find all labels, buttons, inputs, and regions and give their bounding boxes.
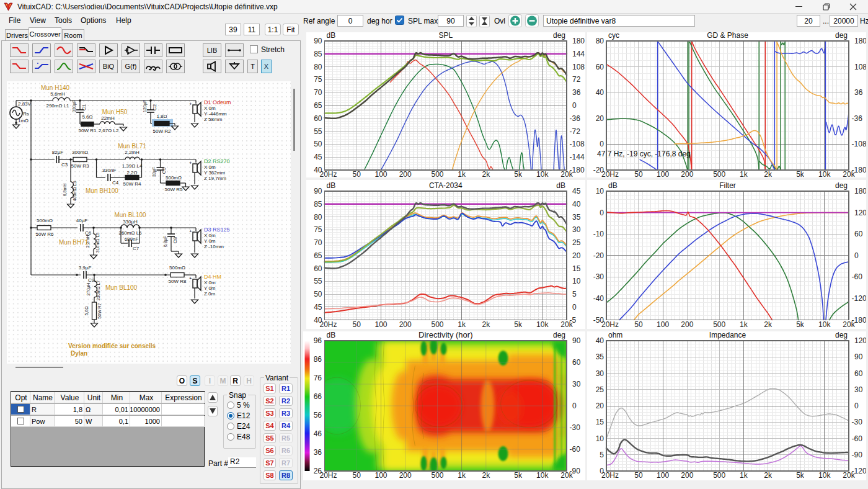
svg-text:X 0m: X 0m — [204, 105, 216, 111]
svg-text:5k: 5k — [796, 170, 805, 177]
svg-text:ohm: ohm — [608, 331, 622, 339]
svg-text:+: + — [189, 101, 192, 107]
svg-text:C5: C5 — [161, 167, 167, 174]
svg-text:Version modifiée sur conseils: Version modifiée sur conseils — [68, 343, 156, 349]
svg-text:D3 RS125: D3 RS125 — [204, 227, 230, 233]
svg-text:10k: 10k — [818, 170, 831, 177]
svg-text:50: 50 — [634, 170, 643, 177]
svg-text:0: 0 — [854, 402, 859, 410]
svg-text:100: 100 — [374, 170, 387, 177]
svg-text:330nF: 330nF — [102, 168, 117, 173]
svg-text:3,9µF: 3,9µF — [79, 265, 92, 271]
svg-text:60: 60 — [572, 358, 581, 367]
svg-text:46: 46 — [314, 429, 322, 438]
svg-text:65: 65 — [314, 251, 322, 260]
svg-text:1k: 1k — [740, 320, 748, 329]
svg-text:deg: deg — [835, 331, 848, 339]
svg-text:10: 10 — [596, 434, 604, 443]
svg-text:50W R2: 50W R2 — [153, 128, 171, 134]
svg-text:30: 30 — [596, 369, 604, 378]
svg-text:6,8µF: 6,8µF — [163, 236, 168, 247]
svg-text:D4 HM: D4 HM — [204, 274, 221, 280]
svg-text:200: 200 — [681, 320, 693, 329]
svg-text:1k: 1k — [458, 471, 466, 480]
svg-text:500: 500 — [431, 170, 443, 177]
svg-text:D2 RS270: D2 RS270 — [204, 158, 230, 164]
svg-text:100: 100 — [374, 320, 387, 329]
svg-text:deg: deg — [835, 32, 848, 40]
svg-text:1mΩ: 1mΩ — [18, 118, 29, 123]
svg-text:90: 90 — [314, 37, 322, 45]
svg-text:20k: 20k — [560, 170, 573, 177]
svg-text:15: 15 — [572, 264, 581, 273]
svg-text:C9: C9 — [88, 277, 95, 283]
svg-text:2,83V: 2,83V — [18, 101, 32, 107]
svg-text:5k: 5k — [514, 320, 523, 329]
svg-text:50: 50 — [314, 290, 322, 298]
svg-text:60: 60 — [854, 230, 863, 238]
svg-text:50: 50 — [314, 140, 322, 148]
svg-text:20k: 20k — [560, 471, 573, 480]
svg-text:75: 75 — [314, 225, 322, 234]
svg-text:10k: 10k — [818, 320, 831, 329]
svg-text:500: 500 — [713, 320, 725, 329]
svg-text:-36: -36 — [570, 114, 581, 123]
svg-text:5,6Ω: 5,6Ω — [84, 307, 89, 316]
svg-text:1,39Ω L4: 1,39Ω L4 — [122, 163, 143, 169]
svg-text:60: 60 — [314, 114, 322, 123]
svg-text:80: 80 — [314, 63, 322, 71]
svg-text:50W R6: 50W R6 — [36, 231, 54, 237]
svg-text:50: 50 — [634, 320, 643, 329]
svg-text:C7: C7 — [133, 246, 140, 251]
svg-text:75: 75 — [314, 75, 322, 84]
svg-text:C1: C1 — [81, 104, 87, 110]
svg-text:0: 0 — [854, 251, 859, 260]
svg-text:70: 70 — [314, 88, 322, 97]
svg-text:120: 120 — [854, 209, 866, 217]
svg-text:33µF: 33µF — [152, 167, 157, 177]
svg-text:260mΩ L6: 260mΩ L6 — [118, 230, 142, 236]
svg-text:47,7 Hz, -19 cyc, -176,8 deg: 47,7 Hz, -19 cyc, -176,8 deg — [597, 150, 691, 158]
svg-text:-10: -10 — [593, 230, 604, 238]
svg-text:10k: 10k — [818, 471, 831, 480]
svg-text:20k: 20k — [843, 320, 855, 329]
svg-text:55: 55 — [314, 127, 322, 136]
svg-text:-60: -60 — [852, 272, 863, 281]
svg-text:20Hz: 20Hz — [601, 320, 619, 329]
svg-text:20Hz: 20Hz — [601, 170, 619, 177]
svg-text:40: 40 — [596, 336, 604, 345]
svg-text:80: 80 — [314, 213, 322, 222]
svg-text:80: 80 — [596, 37, 604, 45]
svg-text:56: 56 — [314, 411, 322, 419]
svg-text:82µF: 82µF — [52, 150, 64, 155]
svg-text:Mun BL100: Mun BL100 — [105, 284, 138, 291]
svg-text:90: 90 — [854, 352, 863, 361]
svg-text:55: 55 — [314, 277, 322, 285]
svg-text:+: + — [189, 160, 192, 166]
svg-text:36: 36 — [854, 88, 863, 97]
svg-text:76: 76 — [314, 374, 322, 382]
svg-text:30: 30 — [572, 225, 581, 234]
svg-text:35: 35 — [596, 352, 604, 361]
svg-text:0: 0 — [600, 140, 604, 148]
svg-text:70: 70 — [314, 238, 322, 247]
svg-text:20Hz: 20Hz — [319, 170, 337, 177]
svg-text:500: 500 — [713, 471, 725, 480]
svg-text:D1 Odeum: D1 Odeum — [204, 99, 231, 105]
svg-text:C3: C3 — [61, 162, 68, 168]
svg-text:Y 362mm: Y 362mm — [204, 170, 225, 176]
svg-text:30: 30 — [854, 385, 863, 394]
svg-text:100: 100 — [374, 471, 387, 480]
svg-text:5: 5 — [600, 451, 604, 459]
svg-text:-90: -90 — [852, 451, 863, 459]
svg-text:40µF: 40µF — [76, 218, 88, 223]
svg-text:C4: C4 — [112, 180, 119, 186]
svg-text:C8: C8 — [172, 236, 178, 243]
svg-text:Mun H140: Mun H140 — [41, 84, 70, 91]
svg-text:100: 100 — [657, 320, 669, 329]
svg-text:Mun BH100: Mun BH100 — [86, 187, 118, 194]
svg-text:300mΩ: 300mΩ — [72, 150, 88, 155]
svg-text:35: 35 — [572, 213, 581, 222]
svg-text:Z 58mm: Z 58mm — [204, 117, 223, 122]
svg-text:-36: -36 — [852, 114, 863, 123]
